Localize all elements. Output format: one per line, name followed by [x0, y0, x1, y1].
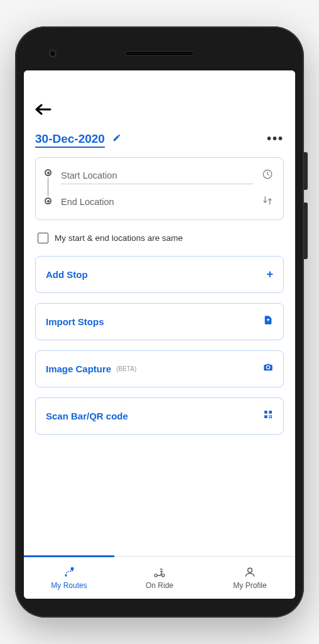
route-date[interactable]: 30-Dec-2020 — [35, 132, 105, 146]
end-location-row — [61, 193, 274, 211]
end-location-input[interactable] — [61, 193, 253, 211]
svg-point-9 — [154, 574, 157, 577]
nav-active-indicator — [24, 555, 114, 557]
phone-camera — [49, 50, 57, 57]
route-visual — [45, 169, 51, 204]
same-location-row: My start & end locations are same — [35, 230, 284, 256]
camera-icon — [263, 362, 273, 375]
plus-icon: + — [266, 268, 273, 281]
nav-on-ride[interactable]: On Ride — [114, 557, 205, 599]
back-button[interactable] — [35, 101, 51, 120]
image-capture-button[interactable]: Image Capture (BETA) — [35, 350, 284, 387]
beta-tag: (BETA) — [116, 365, 136, 372]
phone-top-bezel — [24, 36, 295, 70]
start-location-row — [61, 167, 274, 184]
svg-rect-4 — [269, 415, 270, 416]
import-stops-button[interactable]: Import Stops — [35, 303, 284, 340]
input-underline — [61, 184, 253, 184]
date-left: 30-Dec-2020 — [35, 132, 121, 146]
profile-icon — [243, 565, 257, 579]
scan-code-label: Scan Bar/QR code — [46, 411, 128, 421]
phone-side-button — [304, 152, 308, 190]
swap-locations-icon[interactable] — [261, 195, 274, 209]
start-location-input[interactable] — [61, 167, 253, 184]
same-location-checkbox[interactable] — [38, 233, 48, 243]
add-stop-label: Add Stop — [46, 269, 88, 280]
app-screen: 30-Dec-2020 ••• — [24, 70, 295, 599]
start-dot-icon — [45, 169, 51, 176]
svg-rect-5 — [271, 417, 272, 418]
phone-speaker — [125, 51, 194, 56]
phone-side-button — [304, 203, 308, 259]
location-card — [35, 157, 284, 220]
add-stop-button[interactable]: Add Stop + — [35, 256, 284, 293]
image-capture-label: Image Capture (BETA) — [46, 364, 136, 374]
svg-rect-6 — [269, 417, 270, 418]
scan-code-button[interactable]: Scan Bar/QR code — [35, 397, 284, 435]
svg-rect-7 — [271, 415, 272, 416]
edit-date-icon[interactable] — [112, 133, 121, 144]
more-options-button[interactable]: ••• — [267, 131, 284, 146]
start-input-wrap — [61, 167, 253, 184]
nav-my-profile[interactable]: My Profile — [205, 557, 295, 599]
app-content: 30-Dec-2020 ••• — [24, 96, 295, 556]
nav-my-routes[interactable]: My Routes — [24, 557, 114, 599]
same-location-label: My start & end locations are same — [55, 233, 183, 243]
recent-time-icon[interactable] — [261, 169, 274, 183]
svg-point-11 — [248, 568, 252, 572]
import-file-icon — [263, 315, 273, 328]
scooter-icon — [153, 565, 166, 579]
end-dot-icon — [45, 197, 51, 204]
nav-my-profile-label: My Profile — [233, 581, 266, 590]
end-input-wrap — [61, 193, 253, 211]
image-capture-text: Image Capture — [46, 364, 111, 374]
nav-my-routes-label: My Routes — [51, 581, 87, 590]
import-stops-label: Import Stops — [46, 316, 104, 327]
phone-frame: 30-Dec-2020 ••• — [15, 26, 304, 618]
top-bar — [35, 96, 284, 131]
date-row: 30-Dec-2020 ••• — [35, 131, 284, 157]
svg-rect-2 — [269, 411, 272, 414]
routes-icon — [62, 565, 76, 579]
route-line — [48, 177, 49, 196]
bottom-nav: My Routes On Ride My Profile — [24, 556, 295, 599]
svg-rect-1 — [264, 411, 268, 414]
nav-on-ride-label: On Ride — [146, 581, 173, 590]
qr-code-icon — [263, 409, 273, 423]
status-bar — [24, 70, 295, 96]
svg-rect-3 — [264, 415, 268, 418]
svg-point-10 — [162, 574, 165, 577]
